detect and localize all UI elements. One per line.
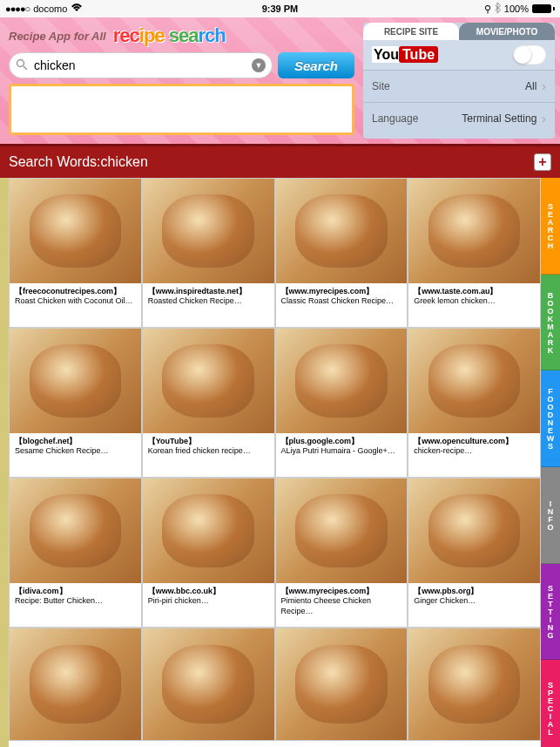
- result-cell[interactable]: [275, 628, 408, 741]
- result-source: 【YouTube】: [148, 437, 269, 446]
- result-source: 【www.openculture.com】: [414, 437, 535, 446]
- tab-movie-photo[interactable]: MOVIE/PHOTO: [459, 23, 555, 40]
- search-button[interactable]: Search: [278, 52, 354, 78]
- search-field-wrap: ▼: [9, 52, 273, 78]
- site-row[interactable]: Site All›: [363, 70, 555, 102]
- result-cell[interactable]: 【idiva.com】Recipe: Butter Chicken…: [9, 478, 142, 628]
- result-title: Pimiento Cheese Chicken Recipe…: [281, 596, 402, 616]
- result-cell[interactable]: 【blogchef.net】Sesame Chicken Recipe…: [9, 328, 142, 478]
- search-words-text: Search Words:chicken: [9, 154, 148, 170]
- result-title: chicken-recipe…: [414, 446, 535, 456]
- result-title: Roasted Chicken Recipe…: [148, 296, 269, 306]
- sidetab-search[interactable]: SEARCH: [541, 178, 560, 275]
- result-cell[interactable]: 【www.taste.com.au】Greek lemon chicken…: [408, 178, 541, 328]
- search-input[interactable]: [9, 52, 273, 78]
- result-caption: 【plus.google.com】ALiya Putri Humaira - G…: [276, 433, 408, 477]
- search-icon: [16, 58, 28, 74]
- result-thumbnail: [408, 179, 540, 283]
- result-thumbnail: [276, 329, 408, 433]
- suggestion-box[interactable]: [9, 84, 354, 135]
- add-button[interactable]: +: [534, 153, 551, 171]
- result-cell[interactable]: 【www.pbs.org】Ginger Chicken…: [408, 478, 541, 628]
- result-thumbnail: [408, 479, 540, 583]
- chevron-right-icon: ›: [542, 112, 546, 126]
- status-time: 9:39 PM: [262, 3, 299, 14]
- sidetab-foodnews[interactable]: FOODNEWS: [541, 370, 560, 467]
- wifi-icon: [71, 3, 83, 14]
- result-caption: 【YouTube】Korean fried chicken recipe…: [143, 433, 274, 477]
- app-subtitle: Recipe App for All: [9, 30, 106, 43]
- result-caption: 【www.myrecipes.com】Classic Roast Chicken…: [276, 283, 408, 327]
- settings-panel: RECIPE SITE MOVIE/PHOTO YouTube Site All…: [363, 23, 555, 139]
- result-source: 【www.myrecipes.com】: [281, 287, 402, 296]
- language-value: Terminal Setting: [462, 112, 536, 125]
- svg-point-0: [17, 60, 24, 67]
- result-cell[interactable]: [408, 628, 541, 741]
- result-thumbnail: [143, 628, 274, 740]
- result-title: Greek lemon chicken…: [414, 296, 535, 306]
- result-thumbnail: [10, 479, 141, 583]
- result-cell[interactable]: 【www.openculture.com】chicken-recipe…: [408, 328, 541, 478]
- result-thumbnail: [10, 628, 141, 740]
- result-cell[interactable]: 【www.inspiredtaste.net】Roasted Chicken R…: [142, 178, 275, 328]
- result-cell[interactable]: 【freecoconutrecipes.com】Roast Chicken wi…: [9, 178, 142, 328]
- result-cell[interactable]: [9, 628, 142, 741]
- result-cell[interactable]: 【YouTube】Korean fried chicken recipe…: [142, 328, 275, 478]
- result-source: 【idiva.com】: [15, 587, 136, 596]
- youtube-row: YouTube: [363, 40, 555, 70]
- side-tabs: SEARCH BOOKMARK FOODNEWS INFO SETTING SP…: [541, 178, 560, 747]
- app-logo: recipe search: [113, 24, 226, 47]
- language-label: Language: [372, 112, 418, 125]
- tab-recipe-site[interactable]: RECIPE SITE: [363, 23, 459, 40]
- result-title: Classic Roast Chicken Recipe…: [281, 296, 402, 306]
- site-value: All: [525, 80, 536, 92]
- result-thumbnail: [408, 628, 540, 740]
- result-thumbnail: [143, 179, 274, 283]
- status-bar: ●●●●○ docomo 9:39 PM ⚲ 100%: [0, 0, 560, 17]
- search-words-bar: Search Words:chicken +: [0, 144, 560, 178]
- status-right: ⚲ 100%: [484, 3, 555, 15]
- result-title: ALiya Putri Humaira - Google+…: [281, 446, 402, 456]
- result-source: 【blogchef.net】: [15, 437, 136, 446]
- header-left: Recipe App for All recipe search ▼ Searc…: [5, 23, 358, 139]
- sidetab-special[interactable]: SPECIAL: [541, 660, 560, 747]
- result-cell[interactable]: [142, 628, 275, 741]
- result-thumbnail: [10, 179, 141, 283]
- chevron-right-icon: ›: [542, 79, 546, 93]
- result-thumbnail: [276, 179, 408, 283]
- dropdown-icon[interactable]: ▼: [252, 58, 266, 72]
- youtube-logo: YouTube: [372, 47, 438, 63]
- result-thumbnail: [143, 329, 274, 433]
- result-thumbnail: [10, 329, 141, 433]
- result-title: Ginger Chicken…: [414, 596, 535, 606]
- bluetooth-icon: [495, 3, 501, 15]
- result-cell[interactable]: 【plus.google.com】ALiya Putri Humaira - G…: [275, 328, 408, 478]
- youtube-toggle[interactable]: [513, 45, 546, 65]
- result-thumbnail: [143, 479, 274, 583]
- result-caption: 【www.inspiredtaste.net】Roasted Chicken R…: [143, 283, 274, 327]
- svg-line-1: [24, 66, 27, 70]
- result-cell[interactable]: 【www.myrecipes.com】Classic Roast Chicken…: [275, 178, 408, 328]
- result-source: 【www.taste.com.au】: [414, 287, 535, 296]
- result-thumbnail: [276, 628, 408, 740]
- sidetab-setting[interactable]: SETTING: [541, 564, 560, 661]
- sidetab-info[interactable]: INFO: [541, 467, 560, 564]
- language-row[interactable]: Language Terminal Setting›: [363, 102, 555, 134]
- result-source: 【www.pbs.org】: [414, 587, 535, 596]
- result-source: 【plus.google.com】: [281, 437, 402, 446]
- battery-pct: 100%: [504, 3, 529, 14]
- result-caption: 【freecoconutrecipes.com】Roast Chicken wi…: [10, 283, 141, 327]
- site-label: Site: [372, 80, 390, 92]
- signal-dots: ●●●●○: [5, 3, 30, 14]
- result-thumbnail: [408, 329, 540, 433]
- result-caption: 【idiva.com】Recipe: Butter Chicken…: [10, 583, 141, 627]
- results-grid: 【freecoconutrecipes.com】Roast Chicken wi…: [9, 178, 541, 747]
- result-title: Sesame Chicken Recipe…: [15, 446, 136, 456]
- alarm-icon: ⚲: [484, 3, 491, 15]
- battery-icon: [532, 4, 555, 13]
- result-title: Korean fried chicken recipe…: [148, 446, 269, 456]
- content: 【freecoconutrecipes.com】Roast Chicken wi…: [0, 178, 560, 747]
- result-cell[interactable]: 【www.myrecipes.com】Pimiento Cheese Chick…: [275, 478, 408, 628]
- sidetab-bookmark[interactable]: BOOKMARK: [541, 275, 560, 371]
- result-cell[interactable]: 【www.bbc.co.uk】Piri-piri chicken…: [142, 478, 275, 628]
